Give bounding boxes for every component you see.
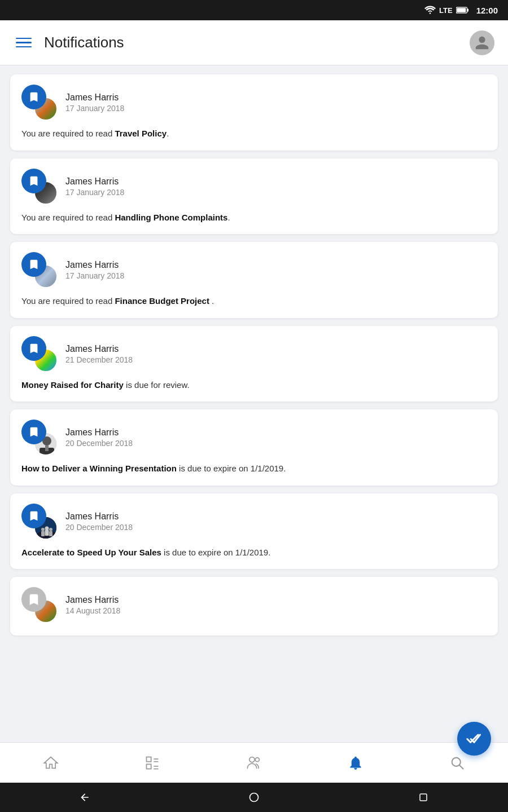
user-name: James Harris [65, 344, 133, 354]
svg-rect-15 [147, 757, 151, 761]
notification-message: Accelerate to Speed Up Your Sales is due… [21, 546, 487, 559]
notification-badge [21, 85, 46, 109]
notification-date: 17 January 2018 [65, 188, 124, 197]
svg-rect-2 [457, 8, 466, 12]
notification-badge [21, 169, 46, 193]
notification-item[interactable]: James Harris 20 December 2018 How to Del… [10, 409, 498, 486]
user-name: James Harris [65, 260, 124, 270]
svg-rect-26 [420, 794, 427, 801]
bookmark-outline-icon [28, 593, 40, 606]
home-icon [43, 755, 59, 771]
user-info: James Harris 21 December 2018 [65, 344, 133, 364]
avatar-container [21, 420, 58, 456]
svg-point-13 [49, 528, 52, 531]
notifications-list: James Harris 17 January 2018 You are req… [0, 65, 508, 742]
notification-header: James Harris 17 January 2018 [21, 85, 487, 121]
notification-message: Money Raised for Charity is due for revi… [21, 379, 487, 392]
user-name: James Harris [65, 511, 133, 522]
notification-header: James Harris 17 January 2018 [21, 169, 487, 205]
notification-date: 20 December 2018 [65, 439, 133, 448]
svg-rect-10 [41, 531, 45, 536]
notification-message: You are required to read Travel Policy. [21, 127, 487, 140]
nav-people[interactable] [237, 751, 271, 775]
notification-date: 14 August 2018 [65, 606, 120, 615]
notification-badge [21, 420, 46, 444]
avatar-container [21, 504, 58, 540]
nav-notifications[interactable] [339, 751, 373, 775]
menu-button[interactable] [14, 33, 34, 53]
user-name: James Harris [65, 92, 124, 103]
people-icon [246, 755, 262, 771]
home-system-button[interactable] [242, 785, 266, 810]
app-header: Notifications [0, 20, 508, 65]
notification-date: 17 January 2018 [65, 271, 124, 280]
notification-header: James Harris 20 December 2018 [21, 504, 487, 540]
bell-icon [348, 755, 364, 771]
notification-header: James Harris 14 August 2018 [21, 587, 487, 623]
notification-message: How to Deliver a Winning Presentation is… [21, 462, 487, 475]
bookmark-icon [28, 175, 40, 187]
notification-message: You are required to read Handling Phone … [21, 211, 487, 224]
svg-point-21 [249, 757, 255, 762]
status-icons: LTE 12:00 [424, 6, 498, 15]
header-left: Notifications [14, 33, 124, 53]
nav-catalog[interactable] [135, 751, 169, 775]
double-check-icon [466, 731, 482, 747]
nav-home[interactable] [34, 751, 68, 775]
recents-button[interactable] [411, 785, 436, 810]
avatar-container [21, 85, 58, 121]
svg-point-9 [41, 528, 45, 531]
search-icon [449, 755, 465, 771]
notification-item[interactable]: James Harris 17 January 2018 You are req… [10, 242, 498, 318]
svg-rect-1 [467, 8, 468, 11]
svg-line-24 [459, 765, 463, 769]
status-time: 12:00 [476, 6, 498, 15]
user-info: James Harris 14 August 2018 [65, 595, 120, 615]
bottom-navigation [0, 742, 508, 783]
square-recents-icon [418, 792, 428, 802]
person-icon [474, 35, 490, 51]
notification-item[interactable]: James Harris 14 August 2018 [10, 577, 498, 636]
svg-point-22 [255, 757, 259, 761]
avatar-container [21, 336, 58, 372]
notification-item[interactable]: James Harris 20 December 2018 Accelerate… [10, 493, 498, 570]
notification-message: You are required to read Finance Budget … [21, 295, 487, 308]
catalog-icon [144, 755, 160, 771]
wifi-icon [424, 6, 436, 15]
notification-badge [21, 336, 46, 361]
bookmark-icon [28, 342, 40, 355]
status-bar: LTE 12:00 [0, 0, 508, 20]
svg-rect-14 [49, 531, 52, 536]
notification-header: James Harris 20 December 2018 [21, 420, 487, 456]
user-info: James Harris 20 December 2018 [65, 511, 133, 532]
notification-date: 21 December 2018 [65, 355, 133, 364]
notification-item[interactable]: James Harris 17 January 2018 You are req… [10, 74, 498, 151]
bookmark-icon [28, 510, 40, 522]
notification-item[interactable]: James Harris 21 December 2018 Money Rais… [10, 326, 498, 402]
notification-item[interactable]: James Harris 17 January 2018 You are req… [10, 158, 498, 235]
user-avatar-button[interactable] [470, 30, 494, 55]
lte-indicator: LTE [439, 6, 453, 15]
user-name: James Harris [65, 595, 120, 605]
avatar-container [21, 169, 58, 205]
svg-rect-12 [45, 530, 49, 536]
battery-icon [456, 6, 468, 14]
user-info: James Harris 20 December 2018 [65, 427, 133, 448]
page-title: Notifications [44, 34, 124, 51]
user-name: James Harris [65, 176, 124, 187]
notification-header: James Harris 21 December 2018 [21, 336, 487, 372]
svg-point-25 [250, 793, 259, 802]
circle-home-icon [248, 792, 260, 803]
user-info: James Harris 17 January 2018 [65, 176, 124, 197]
user-info: James Harris 17 January 2018 [65, 92, 124, 113]
back-icon [79, 792, 90, 803]
back-button[interactable] [72, 785, 97, 810]
bookmark-icon [28, 91, 40, 103]
notification-badge [21, 587, 46, 612]
mark-all-read-fab[interactable] [457, 722, 491, 756]
notification-badge [21, 252, 46, 277]
user-name: James Harris [65, 427, 133, 438]
avatar-container [21, 252, 58, 288]
bookmark-icon [28, 426, 40, 438]
notification-badge [21, 504, 46, 528]
